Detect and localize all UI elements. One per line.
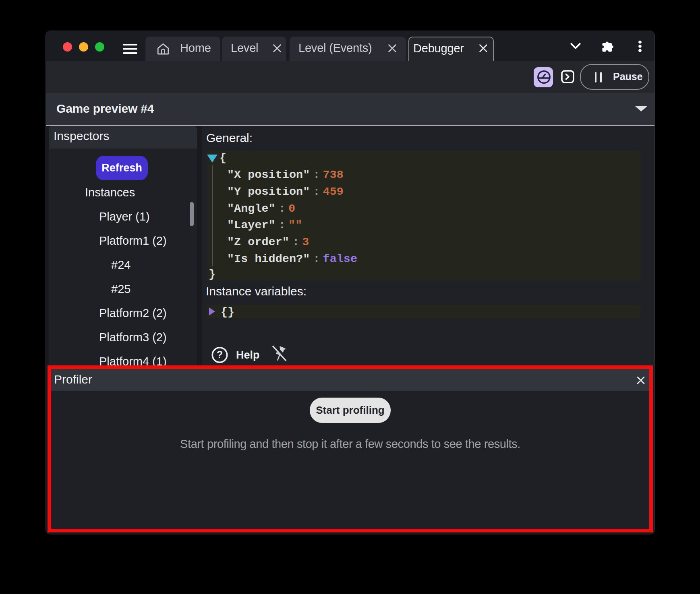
svg-text:?: ? bbox=[217, 349, 223, 360]
